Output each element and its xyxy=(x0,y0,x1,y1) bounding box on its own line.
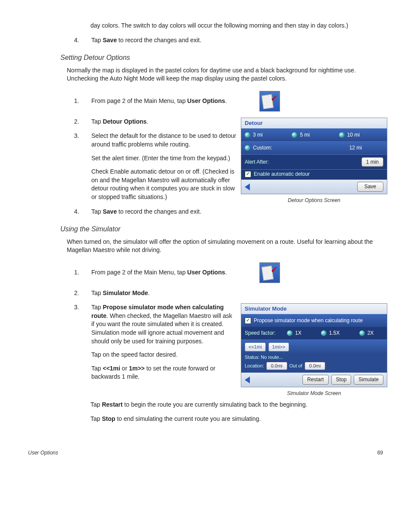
footer-section: User Options xyxy=(28,449,58,457)
detour-screenshot: Detour 3 mi 5 mi 10 mi Custom: 12 mi Ale… xyxy=(241,118,387,204)
enable-auto-detour-label: Enable automatic detour xyxy=(254,171,310,178)
heading-detour: Setting Detour Options xyxy=(60,53,387,62)
enable-auto-detour-checkbox[interactable]: ✓ xyxy=(245,171,251,177)
heading-simulator: Using the Simulator xyxy=(60,224,387,234)
screen-title: Simulator Mode xyxy=(241,304,387,314)
speed-2x[interactable]: 2X xyxy=(359,330,374,337)
user-options-icon xyxy=(259,91,280,112)
fwd-1mi-button[interactable]: 1mi>> xyxy=(268,342,290,352)
step-number: 3. xyxy=(74,303,91,381)
detour-step-2: 2. Tap Detour Options. xyxy=(24,118,241,126)
custom-value[interactable]: 12 mi xyxy=(349,144,362,152)
alert-label: Alert After: xyxy=(245,159,269,166)
radio-custom[interactable]: Custom: xyxy=(245,144,347,152)
back-button[interactable] xyxy=(245,184,250,190)
location-b: 0.0mi xyxy=(305,362,326,370)
location-mid: Out of xyxy=(290,363,302,369)
back-button[interactable] xyxy=(245,376,250,383)
step-number: 2. xyxy=(74,289,91,298)
back-1mi-button[interactable]: <<1mi xyxy=(245,342,266,352)
radio-5mi[interactable]: 5 mi xyxy=(292,131,336,139)
simulator-caption: Simulator Mode Screen xyxy=(241,390,387,397)
prev-step-4: 4. Tap Save to record the changes and ex… xyxy=(24,36,387,45)
save-button[interactable]: Save xyxy=(357,182,383,192)
step-number: 1. xyxy=(74,97,91,106)
sim-step-3: 3. Tap Propose simulator mode when calcu… xyxy=(24,303,241,381)
radio-10mi[interactable]: 10 mi xyxy=(339,131,383,139)
simulate-button[interactable]: Simulate xyxy=(354,375,383,385)
step-number: 4. xyxy=(74,208,91,216)
speed-1-5x[interactable]: 1.5X xyxy=(321,330,340,337)
radio-3mi[interactable]: 3 mi xyxy=(245,131,289,139)
stop-button[interactable]: Stop xyxy=(331,375,352,385)
propose-label: Propose simulator mode when calculating … xyxy=(254,317,363,324)
detour-step-1: 1. From page 2 of the Main Menu, tap Use… xyxy=(24,91,387,112)
detour-step-4: 4. Tap Save to record the changes and ex… xyxy=(24,208,387,216)
detour-step-3: 3. Select the default for the distance t… xyxy=(24,132,241,201)
step-number: 4. xyxy=(74,36,91,45)
page-footer: User Options 69 xyxy=(24,449,387,457)
intro-detour: Normally the map is displayed in the pas… xyxy=(67,66,383,83)
simulator-screenshot: Simulator Mode ✓ Propose simulator mode … xyxy=(241,303,387,397)
status-text: Status: No route... xyxy=(241,354,387,361)
propose-checkbox[interactable]: ✓ xyxy=(245,317,251,324)
prev-continuation: day colors. The switch to day colors wil… xyxy=(90,22,387,30)
intro-simulator: When turned on, the simulator will offer… xyxy=(67,238,383,255)
speed-label: Speed factor: xyxy=(245,330,275,337)
detour-caption: Detour Options Screen xyxy=(241,197,387,204)
sim-step-3d: Tap Restart to begin the route you are c… xyxy=(90,401,387,409)
alert-value-button[interactable]: 1 min xyxy=(361,157,383,167)
step-number: 1. xyxy=(74,268,91,277)
sim-step-2: 2. Tap Simulator Mode. xyxy=(24,289,387,298)
sim-step-3e: Tap Stop to end simulating the current r… xyxy=(90,415,387,423)
sim-step-1: 1. From page 2 of the Main Menu, tap Use… xyxy=(24,262,387,283)
step-number: 2. xyxy=(74,118,91,126)
step-number: 3. xyxy=(74,132,91,201)
footer-page-number: 69 xyxy=(377,449,383,457)
location-a: 0.0mi xyxy=(266,362,287,370)
speed-1x[interactable]: 1X xyxy=(287,330,302,337)
restart-button[interactable]: Restart xyxy=(302,375,329,385)
location-label: Location: xyxy=(245,363,264,369)
user-options-icon xyxy=(259,262,280,283)
screen-title: Detour xyxy=(241,118,387,128)
